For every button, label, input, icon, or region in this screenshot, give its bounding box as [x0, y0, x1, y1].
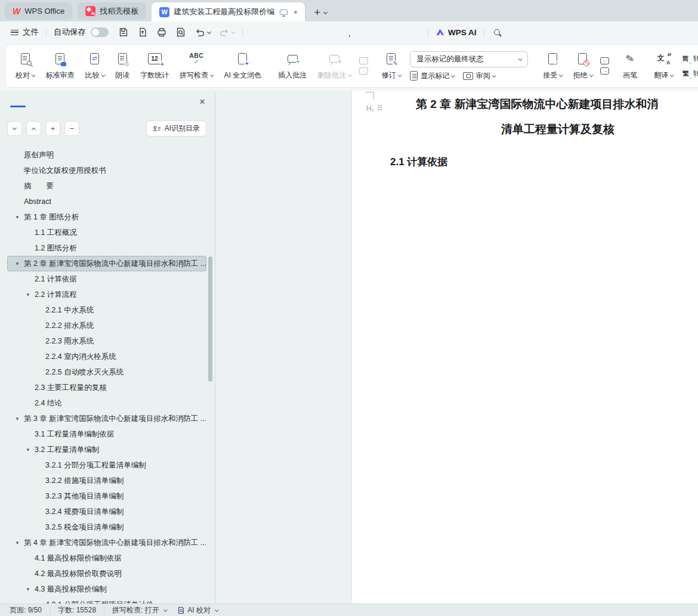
print-preview-icon[interactable]: [175, 27, 186, 38]
tab-docer-templates[interactable]: AI 找稻壳模板: [78, 2, 146, 20]
toc-item[interactable]: ▼ 4.1 最高投标限价编制依据: [7, 550, 206, 566]
toc-item[interactable]: ▼ 2.2.1 中水系统: [7, 302, 206, 318]
menu-tab[interactable]: [258, 27, 279, 38]
toc-item[interactable]: ▼ 第 1 章 图纸分析: [7, 209, 206, 225]
sidebar-close-icon[interactable]: ×: [199, 97, 205, 107]
screen-share-icon[interactable]: [280, 10, 288, 15]
collapse-arrow-icon[interactable]: ▼: [14, 416, 24, 422]
output-icon[interactable]: [137, 27, 148, 38]
translate-button[interactable]: 文A 翻译: [648, 49, 679, 83]
save-icon[interactable]: [118, 27, 129, 38]
toc-item[interactable]: ▼ 3.2.5 税金项目清单编制: [7, 519, 206, 535]
paragraph-line[interactable]: [409, 181, 427, 200]
toc-item[interactable]: ▼ 学位论文版权使用授权书: [7, 163, 206, 178]
ai-proofread-status[interactable]: AI 校对: [177, 605, 218, 615]
paragraph-line[interactable]: [409, 200, 427, 218]
toc-item[interactable]: ▼ 2.2.2 排水系统: [7, 318, 206, 333]
toc-item[interactable]: ▼ 1.2 图纸分析: [7, 240, 206, 256]
hamburger-icon[interactable]: [11, 30, 18, 35]
search-icon[interactable]: [494, 29, 500, 35]
paragraph-line[interactable]: [409, 237, 427, 255]
paragraph-line[interactable]: [409, 255, 427, 274]
zoom-out-outline-button[interactable]: −: [64, 121, 79, 136]
file-menu[interactable]: 文件: [23, 27, 39, 38]
autosave-toggle[interactable]: [91, 27, 109, 37]
section-heading[interactable]: 2.1 计算依据: [390, 155, 447, 169]
menu-tab[interactable]: [339, 27, 360, 38]
toc-item[interactable]: ▼ 第 4 章 新津宝湾国际物流中心新建项目排水和消防工 ...: [7, 535, 206, 550]
collapse-arrow-icon[interactable]: ▼: [14, 261, 24, 267]
spell-check-status[interactable]: 拼写检查: 打开: [112, 605, 166, 615]
toc-item[interactable]: ▼ 3.2.4 规费项目清单编制: [7, 504, 206, 519]
toc-item[interactable]: ▼ 3.2.3 其他项目清单编制: [7, 488, 206, 504]
collapse-arrow-icon[interactable]: ▼: [14, 215, 24, 220]
undo-chevron-icon[interactable]: [207, 29, 211, 33]
toc-item[interactable]: ▼ 3.2 工程量清单编制: [7, 442, 206, 457]
word-count-indicator[interactable]: 字数: 15528: [58, 605, 96, 615]
track-changes-button[interactable]: ✎ 修订: [376, 49, 407, 83]
toc-item[interactable]: ▼ 4.3 最高投标限价编制: [7, 581, 206, 597]
paragraph-line[interactable]: [409, 292, 427, 311]
toc-item[interactable]: ▼ 第 2 章 新津宝湾国际物流中心新建项目排水和消防工 ...: [7, 256, 206, 271]
expand-all-button[interactable]: [7, 121, 22, 136]
toc-item[interactable]: ▼ 第 3 章 新津宝湾国际物流中心新建项目排水和消防工 ...: [7, 411, 206, 426]
document-page[interactable]: H₁ ⠿ 第 2 章 新津宝湾国际物流中心新建项目排水和消 清单工程量计算及复核…: [351, 91, 698, 603]
tab-current-document[interactable]: W 建筑安装工程最高投标限价编: [152, 2, 305, 21]
collapse-arrow-icon[interactable]: ▼: [14, 540, 24, 546]
collapse-arrow-icon[interactable]: ▼: [24, 447, 35, 453]
sidebar-scrollbar[interactable]: [208, 256, 212, 382]
new-tab-button[interactable]: +: [314, 7, 320, 18]
collapse-arrow-icon[interactable]: ▼: [24, 587, 35, 592]
toc-item[interactable]: ▼ 2.1 计算依据: [7, 271, 206, 287]
menu-tab[interactable]: [279, 27, 299, 38]
wps-ai-button[interactable]: WPS AI: [436, 28, 477, 37]
toc-item[interactable]: ▼ 2.2.4 室内消火栓系统: [7, 349, 206, 364]
markup-state-select[interactable]: 显示标记的最终状态: [410, 51, 528, 67]
toc-item[interactable]: ▼ 3.1 工程量清单编制依据: [7, 426, 206, 442]
toc-item[interactable]: ▼ 2.4 结论: [7, 395, 206, 411]
toc-item[interactable]: ▼ 4.2 最高投标限价取费说明: [7, 566, 206, 581]
toc-item[interactable]: ▼ 1.1 工程概况: [7, 225, 206, 240]
paragraph-line[interactable]: [409, 218, 427, 237]
chapter-title-line1[interactable]: 第 2 章 新津宝湾国际物流中心新建项目排水和消: [416, 97, 658, 112]
menu-tab[interactable]: [380, 27, 400, 38]
next-comment-icon[interactable]: →: [359, 67, 368, 75]
compare-button[interactable]: ⇄ 比较: [80, 49, 110, 83]
toc-item[interactable]: ▼ Abstract: [7, 194, 206, 209]
review-pane-button[interactable]: 审阅: [463, 71, 496, 81]
proofread-button[interactable]: 校对: [10, 49, 41, 83]
chapter-title-line2[interactable]: 清单工程量计算及复核: [501, 122, 614, 137]
traditional-to-simplified-button[interactable]: 繁 转简: [682, 69, 698, 79]
paragraph-line[interactable]: [409, 274, 427, 292]
menu-tab[interactable]: [360, 27, 380, 38]
toc-item[interactable]: ▼ 摘 要: [7, 178, 206, 194]
ai-polish-button[interactable]: ✦ AI 全文润色: [219, 49, 267, 83]
previous-comment-icon[interactable]: ←: [359, 57, 368, 64]
menu-tab[interactable]: [400, 27, 421, 38]
toc-item[interactable]: ▼ 2.3 主要工程量的复核: [7, 380, 206, 395]
previous-change-icon[interactable]: ←: [600, 57, 609, 64]
read-aloud-button[interactable]: ⟩⟩ 朗读: [110, 49, 135, 83]
toc-item[interactable]: ▼ 3.2.2 措施项目清单编制: [7, 473, 206, 488]
collapse-all-button[interactable]: [26, 121, 41, 136]
tab-list-chevron-icon[interactable]: [323, 10, 328, 14]
word-count-button[interactable]: 12+ 字数统计: [135, 49, 174, 83]
delete-comment-button[interactable]: × 删除批注: [312, 49, 357, 83]
accept-button[interactable]: ✓ 接受: [538, 49, 568, 83]
standard-review-button[interactable]: 标准审查: [41, 49, 80, 83]
toc-item[interactable]: ▼ 2.2.3 雨水系统: [7, 333, 206, 349]
spell-check-button[interactable]: ABC✓ 拼写检查: [174, 49, 219, 83]
menu-tab[interactable]: [319, 27, 339, 38]
undo-button[interactable]: [194, 27, 211, 37]
toc-item[interactable]: ▼ 原创声明: [7, 147, 206, 163]
page-indicator[interactable]: 页面: 9/50: [10, 605, 42, 615]
toc-item[interactable]: ▼ 2.2.5 自动喷水灭火系统: [7, 364, 206, 380]
next-change-icon[interactable]: →: [600, 67, 609, 75]
redo-button[interactable]: [219, 27, 235, 37]
print-icon[interactable]: [156, 27, 167, 38]
insert-comment-button[interactable]: + 插入批注: [273, 49, 312, 83]
reject-button[interactable]: 拒绝: [568, 49, 598, 83]
toc-item[interactable]: ▼ 3.2.1 分部分项工程量清单编制: [7, 457, 206, 473]
zoom-in-outline-button[interactable]: +: [45, 121, 60, 136]
collapse-arrow-icon[interactable]: ▼: [24, 292, 35, 298]
